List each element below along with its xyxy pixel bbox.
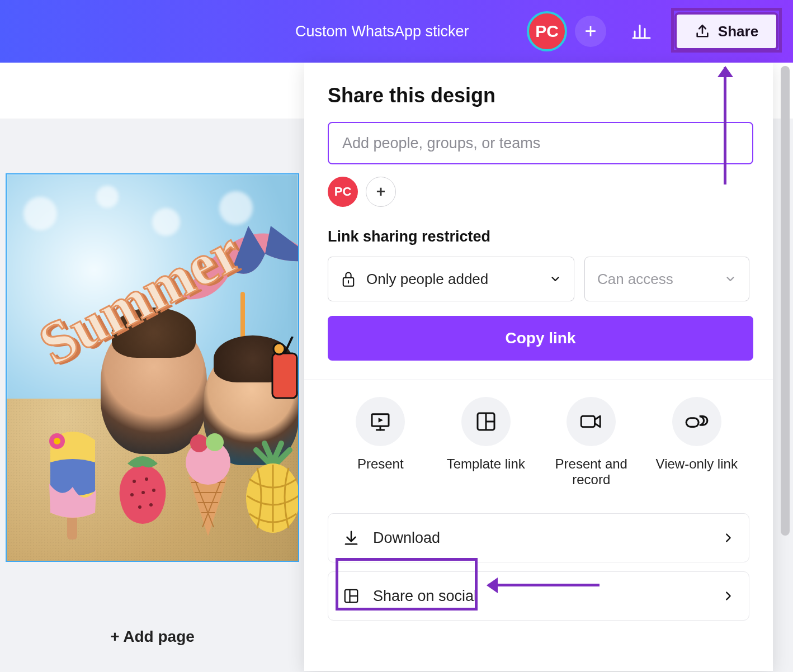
scrollbar[interactable] [781,66,790,536]
avatar-initials: PC [535,22,559,41]
collaborator-avatars: PC + [328,177,749,207]
bar-chart-icon [631,21,652,41]
ice-cream-cone-icon [174,432,242,538]
share-action-grid: Present Template link Present and record [328,397,749,488]
lock-icon [341,271,356,287]
share-button-label: Share [718,23,758,40]
add-collaborator-button[interactable]: + [575,16,606,47]
chevron-down-icon [549,273,561,285]
access-select-label: Can access [597,271,673,288]
strawberry-icon [112,453,173,526]
template-icon [475,410,497,433]
svg-point-9 [149,503,153,507]
svg-rect-30 [581,416,594,427]
pineapple-icon [239,440,299,535]
avatar[interactable]: PC [328,177,358,207]
permission-select-label: Only people added [366,271,488,288]
chevron-down-icon [724,273,737,285]
share-list: Download Share on social [328,513,749,621]
present-icon [369,410,391,433]
list-item-label: Share on social [373,588,477,605]
popsicle-icon [39,429,106,541]
bokeh-dot [23,197,57,230]
share-panel: Share this design PC + Link sharing rest… [304,63,773,671]
view-only-link-action[interactable]: View-only link [650,397,744,488]
svg-point-6 [130,493,134,496]
upload-icon [695,23,710,39]
add-page-button[interactable]: + Add page [6,616,299,657]
download-item[interactable]: Download [328,513,749,562]
svg-rect-20 [272,353,297,398]
action-label: Present and record [544,456,639,488]
present-record-action[interactable]: Present and record [544,397,639,488]
share-on-social-item[interactable]: Share on social [328,571,749,621]
design-title[interactable]: Custom WhatsApp sticker [295,23,469,40]
avatar[interactable]: PC [527,11,567,51]
link-sharing-label: Link sharing restricted [328,228,749,245]
bokeh-dot [96,186,119,208]
share-panel-title: Share this design [328,84,749,107]
svg-point-4 [145,477,148,481]
list-item-label: Download [373,529,440,547]
chevron-right-icon [722,532,734,544]
record-icon [579,410,603,433]
svg-line-22 [285,337,292,353]
divider [304,380,773,380]
link-icon [685,410,709,433]
present-action[interactable]: Present [333,397,428,488]
access-select[interactable]: Can access [584,257,749,301]
share-button[interactable]: Share [674,12,778,50]
action-label: Present [357,456,404,472]
insights-button[interactable] [624,13,659,49]
top-bar: Custom WhatsApp sticker PC + Share [0,0,793,63]
svg-point-18 [206,433,224,451]
svg-point-3 [133,480,136,483]
plus-icon: + [376,183,385,201]
design-canvas[interactable]: Summer [6,173,299,562]
add-person-button[interactable]: + [366,177,396,207]
avatar-initials: PC [334,184,352,199]
svg-point-5 [152,489,155,492]
permission-row: Only people added Can access [328,257,749,301]
svg-point-2 [54,438,60,444]
template-link-action[interactable]: Template link [439,397,534,488]
download-icon [343,529,360,546]
plus-icon: + [584,20,596,43]
action-label: Template link [447,456,525,472]
people-input[interactable] [328,122,753,164]
svg-point-17 [190,434,208,452]
permission-select[interactable]: Only people added [328,257,574,301]
collage-icon [343,588,360,604]
svg-point-23 [273,343,285,354]
drink-icon [268,337,299,404]
copy-link-button[interactable]: Copy link [328,316,753,361]
action-label: View-only link [656,456,738,472]
svg-point-8 [138,505,141,509]
chevron-right-icon [722,590,734,602]
svg-point-7 [141,491,145,494]
